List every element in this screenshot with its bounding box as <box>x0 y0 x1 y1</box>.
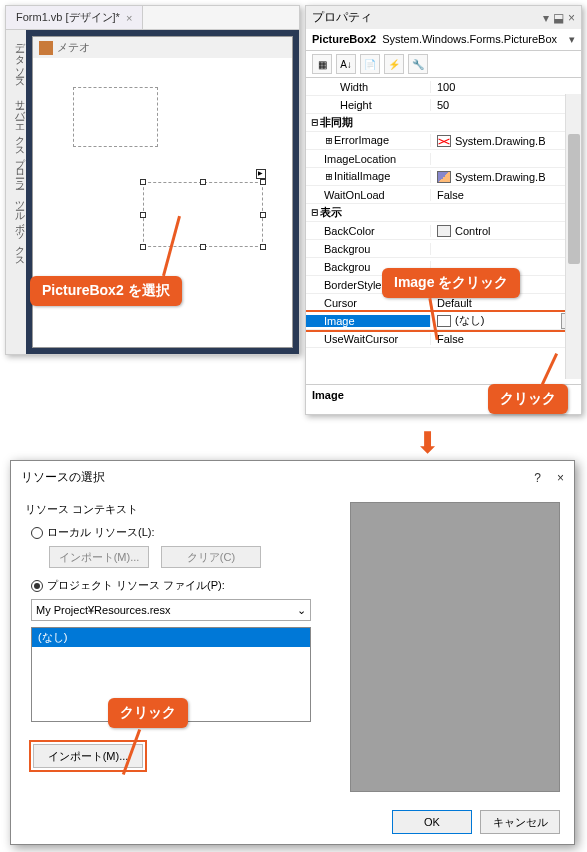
form-titlebar: メテオ <box>33 37 292 58</box>
prop-row-image[interactable]: Image(なし)… <box>306 312 581 330</box>
expand-icon[interactable]: ⊞ <box>324 170 334 183</box>
props-grid: Width100 Height50 ⊟非同期 ⊞ErrorImageSystem… <box>306 78 581 348</box>
alphabetical-icon[interactable]: A↓ <box>336 54 356 74</box>
categorized-icon[interactable]: ▦ <box>312 54 332 74</box>
list-item-none[interactable]: (なし) <box>32 628 310 647</box>
tab-label: Form1.vb [デザイン]* <box>16 10 120 25</box>
color-swatch <box>437 225 451 237</box>
expand-icon[interactable]: ⊞ <box>324 134 334 147</box>
wrench-icon[interactable]: 🔧 <box>408 54 428 74</box>
events-icon[interactable]: ⚡ <box>384 54 404 74</box>
picturebox2[interactable] <box>143 182 263 247</box>
callout-click2: クリック <box>108 698 188 728</box>
radio-icon[interactable] <box>31 580 43 592</box>
callout-image-click: Image をクリック <box>382 268 520 298</box>
callout-picturebox2: PictureBox2 を選択 <box>30 276 182 306</box>
category-row[interactable]: ⊟非同期 <box>306 114 581 132</box>
dialog-title: リソースの選択 <box>21 469 105 486</box>
scrollbar[interactable] <box>565 94 581 379</box>
object-name: PictureBox2 <box>312 33 376 46</box>
props-toolbar: ▦ A↓ 📄 ⚡ 🔧 <box>306 51 581 78</box>
resize-handle[interactable] <box>200 244 206 250</box>
arrow-down-icon: ⬇ <box>415 425 440 460</box>
prop-row: Width100 <box>306 78 581 96</box>
callout-click: クリック <box>488 384 568 414</box>
resize-handle[interactable] <box>140 212 146 218</box>
cancel-button[interactable]: キャンセル <box>480 810 560 834</box>
tab-form1[interactable]: Form1.vb [デザイン]* × <box>6 6 143 29</box>
resize-handle[interactable] <box>140 179 146 185</box>
resize-handle[interactable] <box>140 244 146 250</box>
properties-panel: プロパティ ▾ ⬓ × PictureBox2 System.Windows.F… <box>305 5 582 415</box>
prop-row: WaitOnLoadFalse <box>306 186 581 204</box>
prop-row: Backgrou <box>306 240 581 258</box>
resource-file-select[interactable]: My Project¥Resources.resx ⌄ <box>31 599 311 621</box>
resize-handle[interactable] <box>260 212 266 218</box>
close-icon[interactable]: × <box>568 11 575 25</box>
prop-row: ImageLocation <box>306 150 581 168</box>
resize-handle[interactable] <box>200 179 206 185</box>
radio-project[interactable]: プロジェクト リソース ファイル(P): <box>31 578 336 593</box>
prop-row: ⊞ErrorImageSystem.Drawing.B <box>306 132 581 150</box>
preview-area <box>350 502 560 792</box>
props-title-text: プロパティ <box>312 9 372 26</box>
move-grip[interactable] <box>256 169 266 179</box>
props-titlebar: プロパティ ▾ ⬓ × <box>306 6 581 29</box>
prop-row: UseWaitCursorFalse <box>306 330 581 348</box>
prop-row: BackColorControl <box>306 222 581 240</box>
error-image-swatch <box>437 135 451 147</box>
sidebar-tabs[interactable]: データ ソース サーバー エクスプローラー ツールボックス <box>6 30 26 354</box>
close-icon[interactable]: × <box>557 471 564 485</box>
prop-row: Height50 <box>306 96 581 114</box>
form-title-text: メテオ <box>57 40 90 55</box>
prop-row: ⊞InitialImageSystem.Drawing.B <box>306 168 581 186</box>
tab-bar: Form1.vb [デザイン]* × <box>6 6 299 30</box>
import-button-disabled: インポート(M)... <box>49 546 149 568</box>
clear-button-disabled: クリア(C) <box>161 546 261 568</box>
category-row[interactable]: ⊟表示 <box>306 204 581 222</box>
object-type: System.Windows.Forms.PictureBox <box>382 33 557 46</box>
image-swatch <box>437 315 451 327</box>
dropdown-icon[interactable]: ▾ <box>569 33 575 46</box>
resize-handle[interactable] <box>260 179 266 185</box>
resize-handle[interactable] <box>260 244 266 250</box>
props-object-selector[interactable]: PictureBox2 System.Windows.Forms.Picture… <box>306 29 581 51</box>
pin-icon[interactable]: ⬓ <box>553 11 564 25</box>
scroll-thumb[interactable] <box>568 134 580 264</box>
dialog-footer: OK キャンセル <box>392 810 560 834</box>
context-label: リソース コンテキスト <box>25 502 336 517</box>
help-icon[interactable]: ? <box>534 471 541 485</box>
dialog-titlebar: リソースの選択 ? × <box>11 461 574 494</box>
property-pages-icon[interactable]: 📄 <box>360 54 380 74</box>
dialog-left: リソース コンテキスト ローカル リソース(L): インポート(M)... クリ… <box>25 502 336 792</box>
dropdown-icon[interactable]: ▾ <box>543 11 549 25</box>
resource-select-dialog: リソースの選択 ? × リソース コンテキスト ローカル リソース(L): イン… <box>10 460 575 845</box>
radio-local[interactable]: ローカル リソース(L): <box>31 525 336 540</box>
ok-button[interactable]: OK <box>392 810 472 834</box>
chevron-down-icon[interactable]: ⌄ <box>297 604 306 617</box>
radio-icon[interactable] <box>31 527 43 539</box>
app-icon <box>39 41 53 55</box>
collapse-icon[interactable]: ⊟ <box>310 116 320 129</box>
initial-image-swatch <box>437 171 451 183</box>
close-icon[interactable]: × <box>126 12 132 24</box>
collapse-icon[interactable]: ⊟ <box>310 206 320 219</box>
picturebox1[interactable] <box>73 87 158 147</box>
